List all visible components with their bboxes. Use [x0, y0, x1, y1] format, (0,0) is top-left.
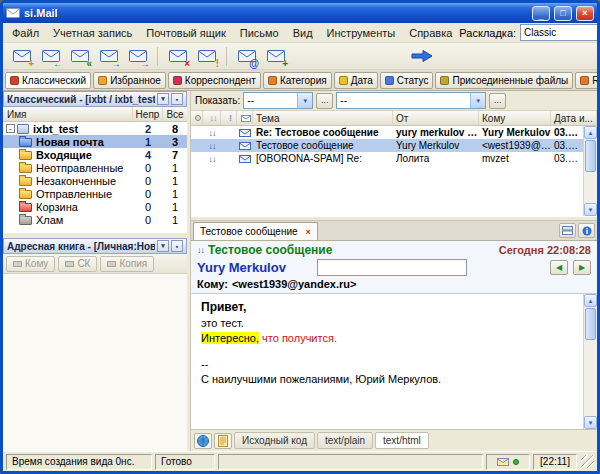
menu-mailbox[interactable]: Почтовый ящик [139, 24, 232, 42]
tab-date[interactable]: Дата [334, 72, 378, 89]
preview-scrollbar[interactable]: ▲ ▼ [583, 294, 597, 429]
folder-columns-header[interactable]: Имя Непр Все [3, 107, 187, 122]
menu-account[interactable]: Учетная запись [46, 24, 139, 42]
folder-row-new-mail[interactable]: Новая почта 1 3 [3, 135, 187, 148]
folder-panel-header[interactable]: Классический - [ixbt / ixbt_test] ▾ ▪ [3, 91, 187, 107]
text-plain-tab[interactable]: text/plain [317, 432, 373, 449]
menu-tools[interactable]: Инструменты [320, 24, 403, 42]
scroll-down-icon[interactable]: ▼ [584, 203, 597, 216]
expander-icon[interactable]: - [6, 124, 15, 133]
close-button[interactable]: × [576, 6, 594, 21]
minimize-button[interactable]: _ [532, 6, 550, 21]
menu-message[interactable]: Письмо [233, 24, 286, 42]
menu-help[interactable]: Справка [402, 24, 459, 42]
filter-more-button[interactable]: ... [489, 93, 506, 109]
column-read-icon[interactable] [191, 111, 203, 125]
tab-classic[interactable]: Классический [5, 72, 91, 89]
sender-link[interactable]: Yury Merkulov [197, 260, 286, 275]
split-view-button[interactable] [559, 223, 576, 238]
column-unread[interactable]: Непр [133, 107, 163, 121]
tab-close-icon[interactable]: × [306, 227, 311, 237]
folder-row-unsent[interactable]: Неотправленные 0 1 [3, 161, 187, 174]
preview-tab[interactable]: Тестовое сообщение × [193, 222, 318, 240]
filter-combobox-2[interactable]: -- ▼ [336, 92, 486, 109]
panel-pin-icon[interactable]: ▪ [171, 93, 183, 105]
folder-row-drafts[interactable]: Незаконченные 0 1 [3, 174, 187, 187]
send-go-button[interactable] [407, 45, 437, 68]
menu-view[interactable]: Вид [286, 24, 320, 42]
address-book-list[interactable] [3, 274, 187, 451]
column-name[interactable]: Имя [3, 107, 133, 121]
correspondent-icon [173, 76, 182, 85]
folder-row-sent[interactable]: Отправленные 0 1 [3, 187, 187, 200]
spam-button[interactable] [193, 45, 220, 68]
text-view-button[interactable] [214, 433, 232, 449]
panel-menu-icon[interactable]: ▾ [157, 240, 169, 252]
message-body-text[interactable]: Привет, это тест. Интересно, что получит… [191, 294, 583, 429]
folder-row-junk[interactable]: Хлам 0 1 [3, 213, 187, 226]
message-list-header[interactable]: ↓↓ ! Тема От Кому Дата и... [191, 111, 597, 126]
column-total[interactable]: Все [163, 107, 187, 121]
next-message-button[interactable]: ▶ [573, 260, 591, 275]
tab-attachments[interactable]: Присоединенные файлы [435, 72, 573, 89]
bcc-button[interactable]: СК [58, 256, 97, 272]
text-html-tab[interactable]: text/html [375, 432, 429, 449]
globe-icon [197, 435, 209, 447]
column-envelope-icon[interactable] [237, 111, 253, 125]
scroll-up-icon[interactable]: ▲ [584, 294, 597, 307]
filter-combobox-1[interactable]: -- ▼ [243, 92, 313, 109]
folder-row-account[interactable]: - ixbt_test 2 8 [3, 122, 187, 135]
message-subject: [OBORONA-SPAM] Re: [253, 153, 393, 164]
folder-row-trash[interactable]: Корзина 0 1 [3, 200, 187, 213]
panel-pin-icon[interactable]: ▪ [171, 240, 183, 252]
scroll-thumb[interactable] [585, 140, 596, 172]
envelope-icon [42, 50, 60, 62]
preview-date: Сегодня 22:08:28 [499, 244, 591, 256]
reply-button[interactable] [37, 45, 64, 68]
forward-button[interactable] [95, 45, 122, 68]
scroll-down-icon[interactable]: ▼ [584, 416, 597, 429]
address-book-button[interactable] [233, 45, 260, 68]
column-to[interactable]: Кому [479, 111, 551, 125]
maximize-button[interactable]: □ [554, 6, 572, 21]
title-bar[interactable]: si.Mail _ □ × [3, 3, 597, 23]
source-view-tab[interactable]: Исходный код [234, 432, 315, 449]
column-priority-icon[interactable]: ↓↓ [203, 111, 221, 125]
column-flag-icon[interactable]: ! [221, 111, 237, 125]
filter-more-button[interactable]: ... [316, 93, 333, 109]
column-date[interactable]: Дата и... [551, 111, 597, 125]
address-book-header[interactable]: Адресная книга - [Личная:Нов... ▾ ▪ [3, 238, 187, 254]
tab-rss[interactable]: RSS [575, 72, 597, 89]
tab-status[interactable]: Статус [380, 72, 434, 89]
chevron-down-icon[interactable]: ▼ [297, 93, 312, 108]
scroll-thumb[interactable] [585, 308, 596, 340]
folder-row-inbox[interactable]: Входящие 4 7 [3, 148, 187, 161]
menu-file[interactable]: Файл [5, 24, 46, 42]
message-row-selected[interactable]: ↓↓ Тестовое сообщение Yury Merkulov <wes… [191, 139, 583, 152]
message-info-button[interactable] [578, 223, 595, 238]
chevron-down-icon[interactable]: ▼ [470, 93, 485, 108]
tab-favorites[interactable]: Избранное [93, 72, 166, 89]
layout-combobox[interactable]: Classic ▼ [520, 24, 600, 41]
redirect-button[interactable] [124, 45, 151, 68]
tab-category[interactable]: Категория [263, 72, 332, 89]
delete-button[interactable] [164, 45, 191, 68]
reply-all-button[interactable] [66, 45, 93, 68]
panel-menu-icon[interactable]: ▾ [157, 93, 169, 105]
header-filter-input[interactable] [317, 259, 467, 276]
list-scrollbar[interactable]: ▲ ▼ [583, 126, 597, 216]
prev-message-button[interactable]: ◀ [550, 260, 568, 275]
column-from[interactable]: От [393, 111, 479, 125]
html-view-button[interactable] [194, 433, 212, 449]
column-subject[interactable]: Тема [253, 111, 393, 125]
send-receive-button[interactable] [262, 45, 289, 68]
to-button[interactable]: Кому [6, 256, 55, 272]
toolbar-separator [157, 47, 158, 66]
message-row[interactable]: ↓↓ [OBORONA-SPAM] Re: Лолита mvzet 03.10… [191, 152, 583, 165]
message-row[interactable]: ↓↓ Re: Тестовое сообщение yury merkulov … [191, 126, 583, 139]
new-message-button[interactable] [8, 45, 35, 68]
tab-correspondent[interactable]: Корреспондент [168, 72, 261, 89]
resize-grip[interactable] [581, 455, 594, 468]
cc-button[interactable]: Копия [100, 256, 154, 272]
scroll-up-icon[interactable]: ▲ [584, 126, 597, 139]
